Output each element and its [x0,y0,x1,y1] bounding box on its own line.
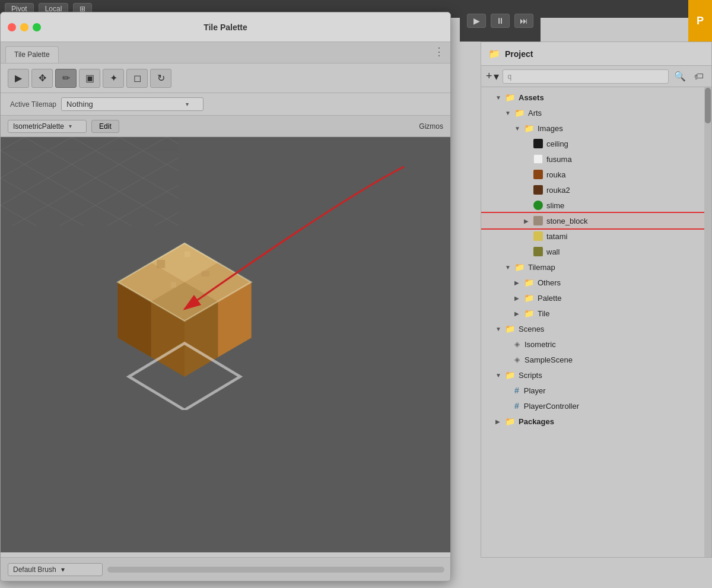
tree-item-scripts[interactable]: 📁 Scripts [481,367,711,383]
tatami-label: tatami [546,232,567,241]
tree-item-player[interactable]: # Player [481,383,711,398]
rect-select-tool-button[interactable]: ▣ [79,69,100,88]
project-scroll-thumb[interactable] [705,88,711,123]
tree-item-tile[interactable]: 📁 Tile [481,306,711,321]
minimize-button[interactable] [20,23,28,31]
tree-item-player-controller[interactable]: # PlayerController [481,398,711,414]
tile-folder-icon: 📁 [524,309,534,318]
player-label: Player [524,386,546,395]
tilemap-folder-icon: 📁 [514,262,525,272]
fill-tool-button[interactable]: ↻ [150,69,171,88]
settings-button[interactable]: 🏷 [691,69,707,84]
tree-item-isometric[interactable]: ◈ Isometric [481,336,711,352]
svg-rect-14 [157,260,165,268]
scenes-label: Scenes [519,325,544,333]
maximize-button[interactable] [33,23,41,31]
tatami-icon [533,231,543,241]
paint-tool-button[interactable]: ✏ [55,69,77,88]
stone-block-icon [533,216,543,225]
select-tool-button[interactable]: ▶ [8,69,29,88]
packages-label: Packages [519,417,554,426]
rouka2-icon [533,185,543,195]
tilemap-dropdown[interactable]: Nothing ▾ [61,97,204,111]
filter-button[interactable]: 🔍 [672,69,688,84]
erase-tool-button[interactable]: ◻ [126,69,148,88]
player-script-icon: # [514,386,519,395]
tilemap-arrow [505,264,512,271]
palette-folder-icon: 📁 [524,293,534,303]
scenes-arrow [495,326,503,332]
images-folder-icon: 📁 [524,123,534,133]
tree-item-fusuma[interactable]: fusuma [481,151,711,167]
tree-item-rouka2[interactable]: rouka2 [481,182,711,198]
tile-label: Tile [538,309,549,318]
others-folder-icon: 📁 [524,278,534,287]
tile-palette-window: Tile Palette Tile Palette ⋮ ▶ ✥ ✏ ▣ ✦ ◻ … [0,12,451,581]
tile-palette-tab[interactable]: Tile Palette [5,46,59,63]
tilemap-value: Nothing [66,100,93,109]
palette-dropdown-arrow: ▾ [69,123,72,129]
tree-item-assets[interactable]: 📁 Assets [481,90,711,105]
packages-folder-icon: 📁 [505,417,515,426]
pause-button[interactable]: ⏸ [491,14,510,28]
eyedropper-tool-button[interactable]: ✦ [103,69,124,88]
window-title: Tile Palette [204,23,247,32]
assets-arrow [495,94,503,101]
stone-block-sprite [96,232,274,410]
tree-item-arts[interactable]: 📁 Arts [481,105,711,120]
wall-label: wall [546,247,560,256]
fusuma-label: fusuma [546,155,572,164]
tab-bar: Tile Palette ⋮ [1,42,450,63]
others-arrow [514,279,522,286]
arts-arrow [505,110,512,116]
tree-item-sample-scene[interactable]: ◈ SampleScene [481,352,711,367]
arts-folder-icon: 📁 [514,108,525,117]
play-controls: ▶ ⏸ ⏭ [460,0,541,42]
canvas-area[interactable] [1,137,451,552]
rouka-label: rouka [546,170,566,179]
tab-menu-icon[interactable]: ⋮ [434,45,444,58]
grid-overlay [1,137,179,226]
palette-dropdown[interactable]: IsometricPalette ▾ [8,120,87,133]
tree-item-slime[interactable]: slime [481,198,711,213]
active-tilemap-label: Active Tilemap [10,100,56,109]
player-controller-label: PlayerController [524,402,579,411]
project-search-input[interactable] [503,69,669,84]
add-asset-button[interactable]: + ▾ [486,70,499,83]
slime-icon [533,201,543,210]
project-scrollbar[interactable] [704,87,711,557]
step-button[interactable]: ⏭ [514,14,533,28]
gizmos-button[interactable]: Gizmos [419,122,443,131]
sample-scene-icon: ◈ [514,355,520,364]
tree-item-ceiling[interactable]: ceiling [481,136,711,151]
palette-name: IsometricPalette [13,122,64,131]
project-toolbar: + ▾ 🔍 🏷 [481,66,711,87]
tree-item-rouka[interactable]: rouka [481,167,711,182]
tree-item-images[interactable]: 📁 Images [481,120,711,136]
tree-item-packages[interactable]: 📁 Packages [481,414,711,429]
tree-item-stone-block[interactable]: stone_block [481,213,711,228]
tree-item-scenes[interactable]: 📁 Scenes [481,321,711,336]
tree-item-others[interactable]: 📁 Others [481,275,711,290]
palette-label-tree: Palette [538,294,561,303]
move-tool-button[interactable]: ✥ [31,69,53,88]
close-button[interactable] [8,23,16,31]
tree-item-wall[interactable]: wall [481,244,711,259]
wall-icon [533,247,543,256]
brush-dropdown[interactable]: Default Brush ▾ [8,563,103,576]
palette-arrow [514,295,522,301]
rouka-icon [533,170,543,179]
edit-button[interactable]: Edit [91,120,119,133]
images-arrow [514,125,522,132]
scripts-arrow [495,372,503,379]
horizontal-scrollbar[interactable] [107,567,444,573]
ceiling-label: ceiling [546,139,568,148]
tree-item-tilemap[interactable]: 📁 Tilemap [481,259,711,275]
play-button[interactable]: ▶ [467,14,486,28]
tree-item-tatami[interactable]: tatami [481,228,711,244]
tree-item-palette[interactable]: 📁 Palette [481,290,711,306]
sample-scene-label: SampleScene [525,355,573,364]
palette-row: IsometricPalette ▾ Edit Gizmos [1,116,450,137]
assets-folder-icon: 📁 [505,93,515,102]
svg-rect-15 [185,252,190,257]
